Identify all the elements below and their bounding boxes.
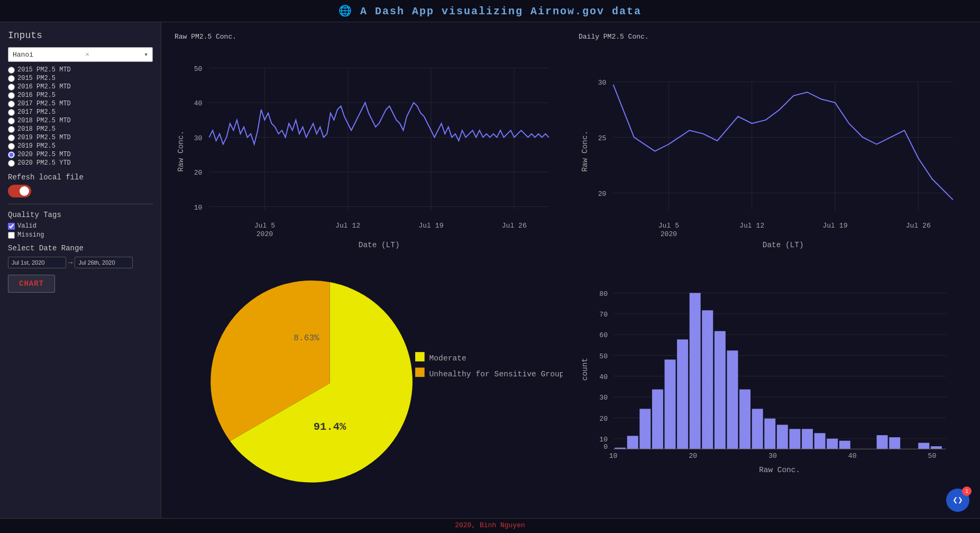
radio-item-r6[interactable]: 2017 PM2.5	[8, 109, 153, 116]
radio-label-r11: 2020 PM2.5 MTD	[17, 151, 71, 158]
svg-text:50: 50	[194, 65, 203, 73]
legend-moderate-text: Moderate	[429, 355, 466, 363]
radio-label-r3: 2016 PM2.5 MTD	[17, 83, 71, 91]
hist-bar-12	[752, 409, 763, 449]
raw-pm25-svg: 50 40 30 20 10 Raw Conc. Jul 5 2020 Jul …	[175, 43, 563, 259]
radio-item-r10[interactable]: 2019 PM2.5	[8, 142, 153, 150]
radio-item-r8[interactable]: 2018 PM2.5	[8, 125, 153, 133]
refresh-toggle-container	[8, 185, 153, 197]
hist-bar-14	[777, 425, 788, 449]
radio-label-r2: 2015 PM2.5	[17, 75, 56, 82]
charts-area: Raw PM2.5 Conc. 50 40 30 20 10 Raw Conc.…	[161, 22, 980, 518]
radio-label-r6: 2017 PM2.5	[17, 109, 56, 116]
dropdown-arrow-icon[interactable]: ▾	[144, 50, 148, 59]
checkbox-missing[interactable]: Missing	[8, 231, 153, 239]
svg-text:70: 70	[599, 311, 608, 319]
radio-item-r5[interactable]: 2017 PM2.5 MTD	[8, 100, 153, 107]
hist-bar-8	[702, 311, 713, 449]
svg-text:30: 30	[768, 453, 777, 460]
svg-text:40: 40	[194, 100, 203, 107]
dropdown-close-icon[interactable]: ×	[85, 51, 89, 59]
legend-moderate-color	[415, 352, 425, 362]
legend-unhealthy-text: Unhealthy for Sensitive Groups	[429, 370, 563, 378]
hist-bar-23	[931, 446, 942, 449]
sidebar: Inputs Hanoi × ▾ 2015 PM2.5 MTD 2015 PM2…	[0, 22, 161, 518]
svg-text:2020: 2020	[661, 230, 677, 238]
svg-text:10: 10	[609, 453, 618, 460]
sidebar-title: Inputs	[8, 30, 153, 41]
svg-text:80: 80	[599, 290, 608, 298]
checkbox-valid-label: Valid	[17, 222, 36, 230]
svg-text:40: 40	[599, 373, 608, 381]
svg-text:20: 20	[194, 169, 203, 177]
radio-item-r11[interactable]: 2020 PM2.5 MTD	[8, 151, 153, 158]
svg-text:2020: 2020	[257, 230, 273, 238]
date-arrow-icon: →	[68, 258, 72, 267]
raw-pm25-title: Raw PM2.5 Conc.	[175, 33, 563, 41]
raw-pm25-chart: Raw PM2.5 Conc. 50 40 30 20 10 Raw Conc.…	[167, 28, 571, 254]
svg-text:10: 10	[194, 204, 203, 212]
float-btn-arrows: ❮❯	[952, 495, 963, 505]
daily-pm25-title: Daily PM2.5 Conc.	[579, 33, 967, 41]
radio-label-r1: 2015 PM2.5 MTD	[17, 66, 71, 74]
floating-action-button[interactable]: 1 ❮❯	[946, 489, 969, 512]
svg-text:91.4%: 91.4%	[314, 421, 346, 433]
date-end-input[interactable]	[75, 257, 133, 268]
hist-bar-17	[814, 433, 826, 449]
svg-text:30: 30	[599, 394, 608, 402]
radio-item-r12[interactable]: 2020 PM2.5 YTD	[8, 159, 153, 167]
svg-text:10: 10	[599, 436, 608, 444]
radio-item-r4[interactable]: 2016 PM2.5	[8, 92, 153, 99]
hist-bar-21	[889, 437, 900, 449]
hist-bar-11	[739, 390, 750, 449]
header-title: A Dash App visualizing Airnow.gov data	[360, 5, 642, 17]
svg-text:50: 50	[599, 353, 608, 360]
chart-button[interactable]: CHART	[8, 275, 55, 293]
svg-text:count: count	[581, 358, 589, 381]
radio-item-r2[interactable]: 2015 PM2.5	[8, 75, 153, 82]
svg-text:20: 20	[689, 453, 697, 460]
svg-text:Jul 5: Jul 5	[254, 222, 275, 230]
radio-item-r1[interactable]: 2015 PM2.5 MTD	[8, 66, 153, 74]
pie-chart: 91.4% 8.63% Moderate Unhealthy for Sensi…	[167, 254, 571, 513]
svg-text:Jul 26: Jul 26	[906, 222, 931, 230]
legend-unhealthy-color	[415, 368, 425, 377]
daily-pm25-svg: 30 25 20 Raw Conc. Jul 5 2020 Jul 12 Jul…	[579, 43, 967, 259]
header-icon: 🌐	[338, 5, 353, 17]
series-radio-list: 2015 PM2.5 MTD 2015 PM2.5 2016 PM2.5 MTD…	[8, 66, 153, 167]
histogram-svg: 80 70 60 50 40 30 20 10 0 count 10 20 30…	[579, 259, 967, 508]
refresh-toggle[interactable]	[8, 185, 31, 197]
city-dropdown[interactable]: Hanoi × ▾	[8, 47, 153, 62]
svg-text:Date (LT): Date (LT)	[359, 241, 400, 249]
hist-bar-3	[639, 409, 651, 449]
refresh-label: Refesh local file	[8, 173, 153, 182]
radio-item-r9[interactable]: 2019 PM2.5 MTD	[8, 134, 153, 141]
hist-bar-7	[690, 293, 701, 449]
hist-bar-13	[764, 419, 775, 449]
radio-item-r7[interactable]: 2018 PM2.5 MTD	[8, 117, 153, 124]
svg-text:Jul 26: Jul 26	[502, 222, 527, 230]
hist-bar-10	[727, 351, 738, 449]
hist-bar-16	[802, 429, 813, 449]
svg-text:8.63%: 8.63%	[294, 333, 319, 343]
svg-text:20: 20	[599, 415, 608, 423]
radio-label-r9: 2019 PM2.5 MTD	[17, 134, 71, 141]
svg-text:40: 40	[848, 453, 857, 460]
quality-tags-label: Quality Tags	[8, 211, 153, 219]
radio-label-r7: 2018 PM2.5 MTD	[17, 117, 71, 124]
checkbox-missing-label: Missing	[17, 231, 44, 239]
hist-bar-6	[677, 340, 688, 449]
footer: 2020, Binh Nguyen	[0, 518, 980, 533]
svg-text:Date (LT): Date (LT)	[763, 241, 804, 249]
radio-item-r3[interactable]: 2016 PM2.5 MTD	[8, 83, 153, 91]
date-range-container: →	[8, 257, 153, 268]
float-btn-badge: 1	[962, 486, 972, 496]
radio-label-r8: 2018 PM2.5	[17, 125, 56, 133]
svg-text:Jul 12: Jul 12	[739, 222, 764, 230]
footer-text: 2020, Binh Nguyen	[455, 521, 525, 529]
checkbox-valid[interactable]: Valid	[8, 222, 153, 230]
sidebar-divider	[8, 204, 153, 204]
app-header: 🌐 A Dash App visualizing Airnow.gov data	[0, 0, 980, 22]
hist-bar-2	[627, 436, 638, 449]
date-start-input[interactable]	[8, 257, 66, 268]
